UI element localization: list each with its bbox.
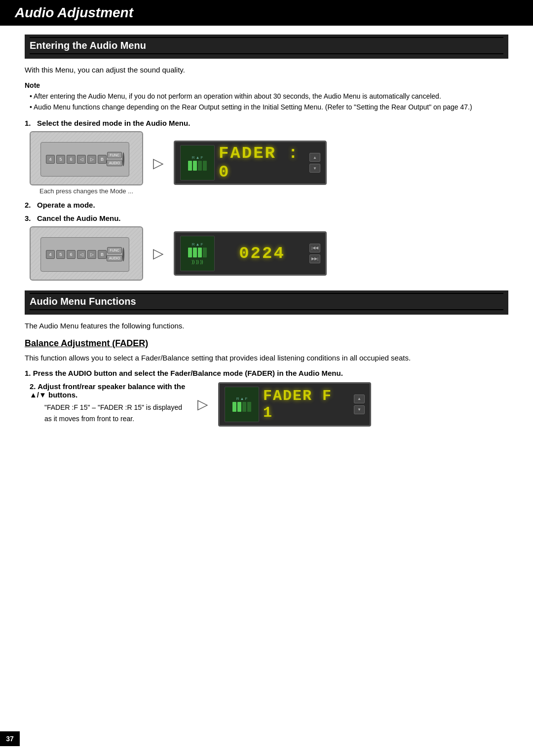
num-btns-2: 4 5 6 ◁ ▷ B: [46, 250, 107, 259]
lcd-right-1: ▲ ▼: [309, 153, 320, 173]
btn-5b: 5: [56, 250, 65, 259]
func-audio-btns-1: FUNC AUDIO: [107, 152, 122, 166]
audio-btn-1: AUDIO: [107, 160, 122, 166]
lcd-text-3: FADER F 1: [263, 388, 350, 421]
panel-inner-2: 4 5 6 ◁ ▷ B FUNC AUDIO: [40, 237, 129, 272]
lcd-text-2: 0224: [239, 244, 285, 263]
device-panel-1: 4 5 6 ◁ ▷ B FUNC AUDIO: [30, 131, 143, 185]
page-number: 37: [0, 731, 20, 746]
note-block: Note After entering the Audio Menu, if y…: [25, 80, 508, 113]
panel-inner-1: 4 5 6 ◁ ▷ B FUNC AUDIO: [40, 142, 129, 177]
note-list: After entering the Audio Menu, if you do…: [25, 91, 508, 113]
lcd-display-2: R ▲ F )) )) )) 0224 |◀◀: [174, 231, 327, 276]
lcd-right-2: |◀◀ ▶▶|: [309, 244, 320, 263]
step-1-figure-row: 4 5 6 ◁ ▷ B FUNC AUDIO: [30, 131, 508, 195]
btn-4: 4: [46, 155, 55, 164]
btn-4b: 4: [46, 250, 55, 259]
audio-menu-section-title: Audio Menu Functions: [25, 290, 508, 315]
step-2: 2. Operate a mode.: [25, 201, 508, 209]
bar-7: [198, 248, 202, 257]
btn-b: B: [98, 155, 107, 164]
bar-2: [193, 161, 197, 171]
step-3-label: 3. Cancel the Audio Menu.: [25, 214, 508, 222]
btn-arrow4: ▷: [87, 250, 96, 259]
lcd-display-1: R ▲ F FADER : 0 ▲ ▼: [174, 141, 327, 185]
lcd-indicators-2: R ▲ F: [192, 242, 203, 247]
page-title: Audio Adjustment: [15, 5, 518, 21]
btn-6: 6: [67, 155, 76, 164]
lcd-wave-icons: )) )) )): [192, 259, 203, 264]
bar-1: [188, 161, 192, 171]
device-panel-2: 4 5 6 ◁ ▷ B FUNC AUDIO: [30, 226, 143, 281]
step-1: 1. Select the desired mode in the Audio …: [25, 119, 508, 195]
balance-step-2-text-col: 2. Adjust front/rear speaker balance wit…: [30, 382, 188, 426]
arrow-2: ▷: [153, 245, 164, 261]
lcd-main-1: FADER : 0: [219, 144, 305, 181]
step-3: 3. Cancel the Audio Menu. 4 5 6 ◁ ▷ B: [25, 214, 508, 281]
arrow-3: ▷: [197, 396, 208, 412]
note-item-1: After entering the Audio Menu, if you do…: [30, 91, 508, 102]
arrow-1: ▷: [153, 155, 164, 171]
lcd-indicators-1: R ▲ F: [192, 155, 203, 160]
balance-section: Balance Adjustment (FADER) This function…: [25, 338, 508, 427]
entering-section-title: Entering the Audio Menu: [25, 35, 508, 59]
num-btns-1: 4 5 6 ◁ ▷ B: [46, 155, 107, 164]
lcd-bars-3: [232, 402, 251, 412]
knob-1: [122, 152, 124, 166]
lcd-left-3: R ▲ F: [225, 387, 259, 422]
balance-step-2-label: 2. Adjust front/rear speaker balance wit…: [30, 382, 188, 399]
bar-12: [247, 402, 251, 412]
lcd-btn-down-3: ▼: [354, 405, 365, 414]
lcd-main-2: 0224: [219, 244, 305, 263]
lcd-indicators-3: R ▲ F: [236, 396, 248, 401]
note-label: Note: [25, 81, 40, 89]
step-1-caption: Each press changes the Mode ...: [30, 187, 143, 195]
note-item-2: Audio Menu functions change depending on…: [30, 102, 508, 112]
device-panel-wrap-1: 4 5 6 ◁ ▷ B FUNC AUDIO: [30, 131, 143, 195]
lcd-left-2: R ▲ F )) )) )): [180, 236, 215, 271]
lcd-right-3: ▲ ▼: [354, 395, 365, 414]
balance-step-2-desc: "FADER :F 15" – "FADER :R 15" is display…: [44, 402, 188, 424]
lcd-text-1: FADER : 0: [219, 144, 305, 181]
balance-step-2: 2. Adjust front/rear speaker balance wit…: [25, 382, 508, 427]
device-panel-wrap-2: 4 5 6 ◁ ▷ B FUNC AUDIO: [30, 226, 143, 281]
lcd-btn-up-3: ▲: [354, 395, 365, 403]
bar-9: [232, 402, 236, 412]
entering-intro: With this Menu, you can adjust the sound…: [25, 65, 508, 76]
lcd-bars-1: [188, 161, 207, 171]
balance-step-1: 1. Press the AUDIO button and select the…: [25, 369, 508, 377]
bar-8: [203, 248, 207, 257]
bar-11: [242, 402, 246, 412]
step-3-figure-row: 4 5 6 ◁ ▷ B FUNC AUDIO: [30, 226, 508, 281]
btn-b2: B: [98, 250, 107, 259]
audio-btn-2: AUDIO: [107, 255, 122, 261]
bar-6: [193, 248, 197, 257]
lcd-btn-up-1: ▲: [309, 153, 320, 162]
balance-intro: This function allows you to select a Fad…: [25, 353, 508, 364]
audio-menu-section: Audio Menu Functions The Audio Menu feat…: [25, 290, 508, 332]
balance-section-title: Balance Adjustment (FADER): [25, 338, 508, 349]
btn-5: 5: [56, 155, 65, 164]
knob-2: [122, 248, 124, 261]
bar-4: [203, 161, 207, 171]
func-btn-1: FUNC: [107, 152, 121, 158]
lcd-main-3: FADER F 1: [263, 388, 350, 421]
balance-step-1-label: 1. Press the AUDIO button and select the…: [25, 369, 508, 377]
func-audio-btns-2: FUNC AUDIO: [107, 247, 122, 261]
btn-arrow1: ◁: [77, 155, 86, 164]
audio-menu-intro: The Audio Menu features the following fu…: [25, 321, 508, 332]
step-2-label: 2. Operate a mode.: [25, 201, 508, 209]
step-1-label: 1. Select the desired mode in the Audio …: [25, 119, 508, 127]
bar-10: [237, 402, 241, 412]
lcd-btn-down-1: ▼: [309, 164, 320, 173]
lcd-btn-prev: |◀◀: [309, 244, 320, 252]
btn-arrow2: ▷: [87, 155, 96, 164]
btn-6b: 6: [67, 250, 76, 259]
balance-step-2-row: 2. Adjust front/rear speaker balance wit…: [30, 382, 508, 427]
lcd-btn-next: ▶▶|: [309, 254, 320, 263]
lcd-left-1: R ▲ F: [180, 145, 215, 180]
bar-3: [198, 161, 202, 171]
bar-5: [188, 248, 192, 257]
func-btn-2: FUNC: [107, 247, 121, 253]
page-header: Audio Adjustment: [0, 0, 533, 26]
